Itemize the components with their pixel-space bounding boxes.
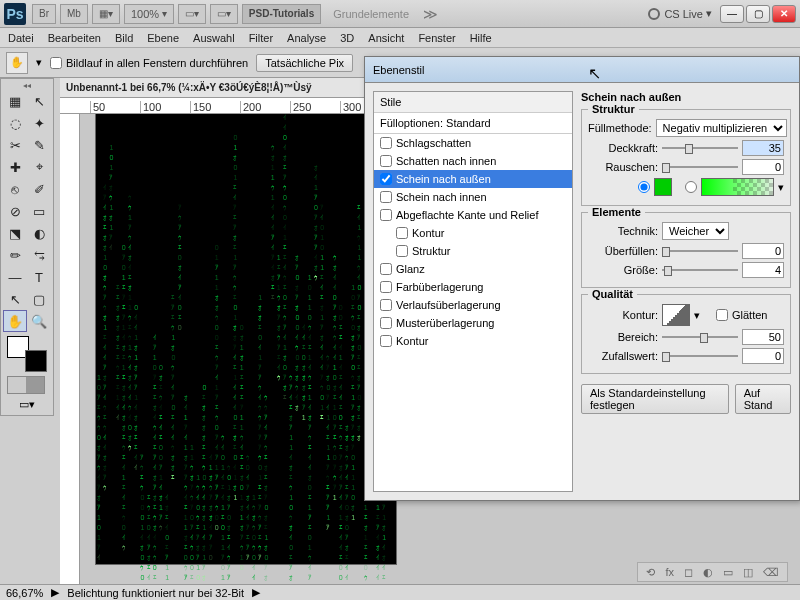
screenmode-button[interactable]: ▭▾ [3, 396, 51, 413]
minimize-button[interactable]: — [720, 5, 744, 23]
style-abgeflachte-kante-und-relief[interactable]: Abgeflachte Kante und Relief [374, 206, 572, 224]
color-radio[interactable] [638, 181, 650, 193]
gradient-radio[interactable] [685, 181, 697, 193]
style-muster-berlagerung[interactable]: Musterüberlagerung [374, 314, 572, 332]
adjustment-icon[interactable]: ◐ [703, 566, 713, 579]
style-checkbox[interactable] [380, 209, 392, 221]
style-checkbox[interactable] [396, 245, 408, 257]
workspace-tab-grundelemente[interactable]: Grundelemente [325, 8, 417, 20]
tool-3-0[interactable]: ✚ [3, 156, 27, 178]
status-zoom[interactable]: 66,67% [6, 587, 43, 599]
tool-8-1[interactable]: T [27, 266, 51, 288]
contour-picker[interactable] [662, 304, 690, 326]
style-checkbox[interactable] [380, 281, 392, 293]
style-schein-nach-au-en[interactable]: Schein nach außen [374, 170, 572, 188]
range-input[interactable] [742, 329, 784, 345]
tool-10-1[interactable]: 🔍 [27, 310, 51, 332]
cslive-button[interactable]: CS Live ▾ [648, 7, 712, 20]
style-schatten-nach-innen[interactable]: Schatten nach innen [374, 152, 572, 170]
menu-ebene[interactable]: Ebene [147, 32, 179, 44]
jitter-slider[interactable] [662, 350, 738, 362]
group-icon[interactable]: ▭ [723, 566, 733, 579]
style-struktur[interactable]: Struktur [374, 242, 572, 260]
tool-5-0[interactable]: ⊘ [3, 200, 27, 222]
spread-input[interactable] [742, 243, 784, 259]
tool-2-0[interactable]: ✂ [3, 134, 27, 156]
jitter-input[interactable] [742, 348, 784, 364]
menu-auswahl[interactable]: Auswahl [193, 32, 235, 44]
bridge-button[interactable]: Br [32, 4, 56, 24]
opacity-slider[interactable] [662, 142, 738, 154]
style-checkbox[interactable] [380, 137, 392, 149]
screen-button[interactable]: ▭▾ [210, 4, 238, 24]
tool-0-1[interactable]: ↖ [27, 90, 51, 112]
tool-8-0[interactable]: — [3, 266, 27, 288]
tool-1-0[interactable]: ◌ [3, 112, 27, 134]
tool-9-0[interactable]: ↖ [3, 288, 27, 310]
noise-input[interactable] [742, 159, 784, 175]
style-checkbox[interactable] [380, 335, 392, 347]
contour-dropdown-icon[interactable]: ▾ [694, 309, 700, 322]
size-input[interactable] [742, 262, 784, 278]
tool-7-1[interactable]: ⥃ [27, 244, 51, 266]
style-verlaufs-berlagerung[interactable]: Verlaufsüberlagerung [374, 296, 572, 314]
glow-gradient-swatch[interactable] [701, 178, 774, 196]
canvas[interactable]: 10ｱｴｳｳ0ｵｱｳｲｱｵｱ101ｱｲｲｱｲｵｴｵｵ10ｵｳｱｳｵ1ｴｲｲｱｵｱ… [96, 114, 396, 564]
tool-2-1[interactable]: ✎ [27, 134, 51, 156]
menu-bild[interactable]: Bild [115, 32, 133, 44]
background-swatch[interactable] [25, 350, 47, 372]
tool-7-0[interactable]: ✏ [3, 244, 27, 266]
style-checkbox[interactable] [380, 155, 392, 167]
dialog-title[interactable]: Ebenenstil [365, 57, 799, 83]
tool-6-0[interactable]: ⬔ [3, 222, 27, 244]
tool-1-1[interactable]: ✦ [27, 112, 51, 134]
noise-slider[interactable] [662, 161, 738, 173]
fx-icon[interactable]: fx [665, 566, 674, 578]
style-checkbox[interactable] [380, 317, 392, 329]
style-checkbox[interactable] [380, 173, 392, 185]
range-slider[interactable] [662, 331, 738, 343]
style-schein-nach-innen[interactable]: Schein nach innen [374, 188, 572, 206]
menu-fenster[interactable]: Fenster [418, 32, 455, 44]
tool-0-0[interactable]: ▦ [3, 90, 27, 112]
actual-pixels-button[interactable]: Tatsächliche Pix [256, 54, 353, 72]
style-farb-berlagerung[interactable]: Farbüberlagerung [374, 278, 572, 296]
menu-ansicht[interactable]: Ansicht [368, 32, 404, 44]
scroll-all-windows-checkbox[interactable]: Bildlauf in allen Fenstern durchführen [50, 57, 248, 69]
view-button[interactable]: ▭▾ [178, 4, 206, 24]
style-checkbox[interactable] [396, 227, 408, 239]
status-play-icon-2[interactable]: ▶ [252, 586, 260, 599]
minibridge-button[interactable]: Mb [60, 4, 88, 24]
link-icon[interactable]: ⟲ [646, 566, 655, 579]
glow-color-swatch[interactable] [654, 178, 672, 196]
zoom-level[interactable]: 100% ▾ [124, 4, 174, 24]
newlayer-icon[interactable]: ◫ [743, 566, 753, 579]
trash-icon[interactable]: ⌫ [763, 566, 779, 579]
spread-slider[interactable] [662, 245, 738, 257]
mask-icon[interactable]: ◻ [684, 566, 693, 579]
style-kontur[interactable]: Kontur [374, 224, 572, 242]
workspace-tab-tutorials[interactable]: PSD-Tutorials [242, 4, 321, 24]
style-schlagschatten[interactable]: Schlagschatten [374, 134, 572, 152]
menu-analyse[interactable]: Analyse [287, 32, 326, 44]
tool-9-1[interactable]: ▢ [27, 288, 51, 310]
gradient-dropdown-icon[interactable]: ▾ [778, 181, 784, 194]
tool-4-0[interactable]: ⎋ [3, 178, 27, 200]
tool-4-1[interactable]: ✐ [27, 178, 51, 200]
reset-default-button[interactable]: Auf Stand [735, 384, 791, 414]
menu-datei[interactable]: Datei [8, 32, 34, 44]
workspace-more-icon[interactable]: ≫ [423, 6, 438, 22]
layout-button[interactable]: ▦▾ [92, 4, 120, 24]
style-glanz[interactable]: Glanz [374, 260, 572, 278]
style-checkbox[interactable] [380, 299, 392, 311]
style-checkbox[interactable] [380, 263, 392, 275]
menu-filter[interactable]: Filter [249, 32, 273, 44]
menu-hilfe[interactable]: Hilfe [470, 32, 492, 44]
blending-options-header[interactable]: Fülloptionen: Standard [374, 113, 572, 134]
antialias-checkbox[interactable]: Glätten [716, 309, 767, 321]
maximize-button[interactable]: ▢ [746, 5, 770, 23]
tool-5-1[interactable]: ▭ [27, 200, 51, 222]
options-dropdown-icon[interactable]: ▾ [36, 56, 42, 69]
tool-3-1[interactable]: ⌖ [27, 156, 51, 178]
make-default-button[interactable]: Als Standardeinstellung festlegen [581, 384, 729, 414]
